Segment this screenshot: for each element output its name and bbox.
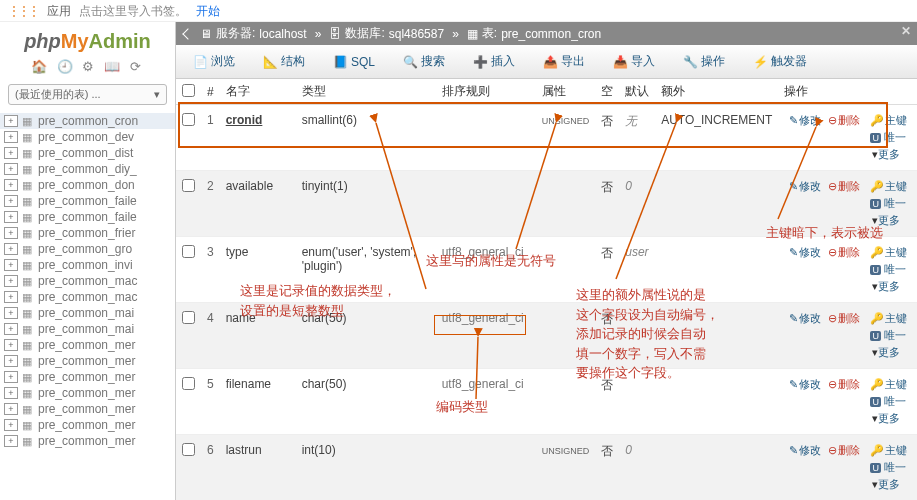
tab-插入[interactable]: ➕插入 — [462, 49, 526, 74]
tab-SQL[interactable]: 📘SQL — [322, 49, 386, 74]
primary-action[interactable]: 🔑主键 — [870, 378, 907, 390]
db-name[interactable]: sql486587 — [389, 27, 444, 41]
tab-搜索[interactable]: 🔍搜索 — [392, 49, 456, 74]
tree-item[interactable]: +▦pre_common_faile — [0, 209, 175, 225]
tree-item[interactable]: +▦pre_common_invi — [0, 257, 175, 273]
expand-icon[interactable]: + — [4, 227, 18, 239]
tree-item[interactable]: +▦pre_common_mer — [0, 417, 175, 433]
col-num[interactable]: # — [201, 79, 220, 105]
more-action[interactable]: ▾更多 — [870, 148, 900, 160]
drop-action[interactable]: ⊖删除 — [828, 312, 860, 324]
unique-action[interactable]: U 唯一 — [870, 131, 906, 143]
col-default[interactable]: 默认 — [619, 79, 655, 105]
expand-icon[interactable]: + — [4, 131, 18, 143]
col-attr[interactable]: 属性 — [536, 79, 596, 105]
col-type[interactable]: 类型 — [296, 79, 436, 105]
tree-item[interactable]: +▦pre_common_mai — [0, 305, 175, 321]
tree-item[interactable]: +▦pre_common_dev — [0, 129, 175, 145]
drop-action[interactable]: ⊖删除 — [828, 114, 860, 126]
unique-action[interactable]: U 唯一 — [870, 263, 906, 275]
more-action[interactable]: ▾更多 — [870, 478, 900, 490]
tree-item[interactable]: +▦pre_common_mac — [0, 289, 175, 305]
tree-item[interactable]: +▦pre_common_mer — [0, 385, 175, 401]
row-check[interactable] — [182, 311, 195, 324]
unique-action[interactable]: U 唯一 — [870, 395, 906, 407]
more-action[interactable]: ▾更多 — [870, 214, 900, 226]
expand-icon[interactable]: + — [4, 339, 18, 351]
tree-item[interactable]: +▦pre_common_gro — [0, 241, 175, 257]
tab-导出[interactable]: 📤导出 — [532, 49, 596, 74]
tree-item[interactable]: +▦pre_common_mer — [0, 369, 175, 385]
tree-item[interactable]: +▦pre_common_don — [0, 177, 175, 193]
tree-item[interactable]: +▦pre_common_dist — [0, 145, 175, 161]
tree-item[interactable]: +▦pre_common_mer — [0, 353, 175, 369]
drop-action[interactable]: ⊖删除 — [828, 180, 860, 192]
drop-action[interactable]: ⊖删除 — [828, 444, 860, 456]
tab-触发器[interactable]: ⚡触发器 — [742, 49, 818, 74]
edit-action[interactable]: ✎修改 — [789, 312, 821, 324]
tree-item[interactable]: +▦pre_common_diy_ — [0, 161, 175, 177]
edit-action[interactable]: ✎修改 — [789, 180, 821, 192]
edit-action[interactable]: ✎修改 — [789, 378, 821, 390]
more-action[interactable]: ▾更多 — [870, 280, 900, 292]
tree-item[interactable]: +▦pre_common_mer — [0, 401, 175, 417]
start-link[interactable]: 开始 — [196, 4, 220, 18]
tree-item[interactable]: +▦pre_common_frier — [0, 225, 175, 241]
expand-icon[interactable]: + — [4, 211, 18, 223]
expand-icon[interactable]: + — [4, 387, 18, 399]
primary-action[interactable]: 🔑主键 — [870, 246, 907, 258]
expand-icon[interactable]: + — [4, 163, 18, 175]
row-check[interactable] — [182, 179, 195, 192]
primary-action[interactable]: 🔑主键 — [870, 312, 907, 324]
expand-icon[interactable]: + — [4, 419, 18, 431]
row-check[interactable] — [182, 377, 195, 390]
expand-icon[interactable]: + — [4, 179, 18, 191]
unique-action[interactable]: U 唯一 — [870, 461, 906, 473]
row-check[interactable] — [182, 113, 195, 126]
row-check[interactable] — [182, 443, 195, 456]
expand-icon[interactable]: + — [4, 147, 18, 159]
tree-item[interactable]: +▦pre_common_mer — [0, 337, 175, 353]
tbl-name[interactable]: pre_common_cron — [501, 27, 601, 41]
server-name[interactable]: localhost — [259, 27, 306, 41]
tab-导入[interactable]: 📥导入 — [602, 49, 666, 74]
expand-icon[interactable]: + — [4, 435, 18, 447]
expand-icon[interactable]: + — [4, 243, 18, 255]
expand-icon[interactable]: + — [4, 355, 18, 367]
col-null[interactable]: 空 — [595, 79, 619, 105]
edit-action[interactable]: ✎修改 — [789, 444, 821, 456]
quick-icons[interactable]: 🏠 🕘 ⚙ 📖 ⟳ — [0, 57, 175, 80]
edit-action[interactable]: ✎修改 — [789, 246, 821, 258]
recent-tables-dropdown[interactable]: (最近使用的表) ... ▾ — [8, 84, 167, 105]
close-icon[interactable]: ✕ — [901, 24, 911, 38]
unique-action[interactable]: U 唯一 — [870, 197, 906, 209]
tab-浏览[interactable]: 📄浏览 — [182, 49, 246, 74]
expand-icon[interactable]: + — [4, 275, 18, 287]
tab-结构[interactable]: 📐结构 — [252, 49, 316, 74]
primary-action[interactable]: 🔑主键 — [870, 444, 907, 456]
tree-item[interactable]: +▦pre_common_mac — [0, 273, 175, 289]
expand-icon[interactable]: + — [4, 307, 18, 319]
more-action[interactable]: ▾更多 — [870, 412, 900, 424]
expand-icon[interactable]: + — [4, 259, 18, 271]
col-collation[interactable]: 排序规则 — [436, 79, 536, 105]
expand-icon[interactable]: + — [4, 115, 18, 127]
back-icon[interactable] — [182, 28, 193, 39]
expand-icon[interactable]: + — [4, 371, 18, 383]
primary-action[interactable]: 🔑主键 — [870, 180, 907, 192]
expand-icon[interactable]: + — [4, 323, 18, 335]
col-name[interactable]: 名字 — [220, 79, 296, 105]
edit-action[interactable]: ✎修改 — [789, 114, 821, 126]
expand-icon[interactable]: + — [4, 403, 18, 415]
expand-icon[interactable]: + — [4, 195, 18, 207]
tree-item[interactable]: +▦pre_common_cron — [0, 113, 175, 129]
tab-操作[interactable]: 🔧操作 — [672, 49, 736, 74]
check-all[interactable] — [182, 84, 195, 97]
col-extra[interactable]: 额外 — [655, 79, 778, 105]
tree-item[interactable]: +▦pre_common_faile — [0, 193, 175, 209]
more-action[interactable]: ▾更多 — [870, 346, 900, 358]
row-check[interactable] — [182, 245, 195, 258]
drop-action[interactable]: ⊖删除 — [828, 378, 860, 390]
tree-item[interactable]: +▦pre_common_mai — [0, 321, 175, 337]
tree-item[interactable]: +▦pre_common_mer — [0, 433, 175, 449]
